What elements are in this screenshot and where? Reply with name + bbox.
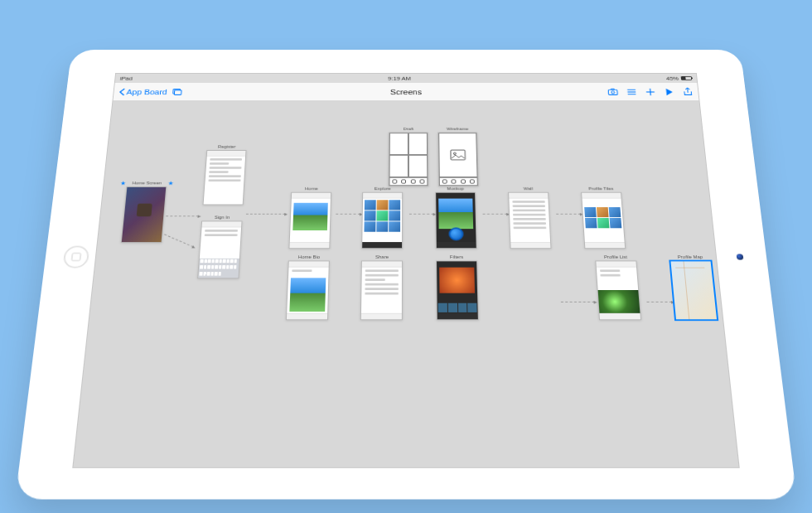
screen-card-register[interactable]: Register <box>203 144 247 205</box>
back-button[interactable]: App Board <box>118 87 167 95</box>
nav-bar: App Board Screens <box>113 82 698 100</box>
screen-card-profile-map[interactable]: Profile Map <box>669 254 718 320</box>
flow-arrow <box>483 213 508 214</box>
add-button[interactable] <box>645 87 656 96</box>
screen-label: Home <box>291 186 331 190</box>
screen-card-wireframe[interactable]: Wireframe <box>437 127 479 186</box>
screen-label: Wireframe <box>437 127 477 131</box>
status-battery-percent: 45% <box>666 75 679 80</box>
flow-arrow <box>561 301 595 302</box>
screen-label: Filters <box>436 254 477 259</box>
screen-card-filters[interactable]: Filters <box>436 254 479 320</box>
play-button[interactable] <box>663 87 674 96</box>
svg-rect-1 <box>174 90 181 94</box>
flow-canvas[interactable]: ★ ★ Home Screen Register Sign In <box>73 101 738 467</box>
svg-point-3 <box>611 90 615 93</box>
back-label: App Board <box>126 87 167 95</box>
battery-icon <box>681 75 693 80</box>
list-icon[interactable] <box>626 87 637 96</box>
screen-card-mockup[interactable]: Mockup <box>435 186 477 248</box>
star-icon: ★ <box>167 180 173 186</box>
star-icon: ★ <box>120 180 127 186</box>
status-device: iPad <box>120 75 133 80</box>
flow-arrow <box>246 213 285 214</box>
screen-label: Home Screen <box>127 181 167 185</box>
screen-card-home-feed[interactable]: Home <box>288 186 331 248</box>
svg-point-10 <box>453 152 456 155</box>
screen-label: Register <box>206 144 246 148</box>
screen-label: Profile Map <box>669 254 712 259</box>
front-camera <box>737 254 744 259</box>
screen-label: Home Bio <box>288 254 330 259</box>
status-bar: iPad 9:19 AM 45% <box>115 73 697 82</box>
cards-icon[interactable] <box>172 87 183 96</box>
screen-card-wall[interactable]: Wall <box>508 186 552 248</box>
screen-card-draft[interactable]: Draft <box>389 127 429 186</box>
screen-label: Profile Tiles <box>581 186 621 190</box>
screen-card-home[interactable]: ★ ★ Home Screen <box>121 181 167 243</box>
screen-label: Draft <box>389 127 428 131</box>
screen-card-share[interactable]: Share <box>360 254 403 320</box>
flow-arrow <box>409 213 434 214</box>
screen-card-profile-tiles[interactable]: Profile Tiles <box>581 186 626 248</box>
screen-card-profile-list[interactable]: Profile List <box>595 254 641 320</box>
screen-label: Mockup <box>435 186 476 190</box>
screen-card-home-bio[interactable]: Home Bio <box>286 254 330 320</box>
flow-arrow <box>646 301 672 302</box>
screen-label: Share <box>361 254 403 259</box>
screen: iPad 9:19 AM 45% App Board Scr <box>72 73 739 468</box>
screen-label: Profile List <box>595 254 636 259</box>
flow-arrow <box>336 213 360 214</box>
screen-label: Wall <box>508 186 549 190</box>
home-button[interactable] <box>62 245 89 268</box>
ipad-device: iPad 9:19 AM 45% App Board Scr <box>15 49 797 498</box>
screen-card-explore[interactable]: Explore <box>361 186 403 248</box>
svg-rect-9 <box>451 150 466 160</box>
flow-arrow <box>556 213 581 214</box>
flow-arrow <box>166 215 198 216</box>
screen-label: Explore <box>362 186 403 190</box>
camera-icon[interactable] <box>607 87 619 96</box>
flow-arrow <box>164 234 193 247</box>
status-time: 9:19 AM <box>388 75 411 80</box>
page-title: Screens <box>390 87 422 95</box>
screen-label: Sign In <box>201 215 243 219</box>
screen-card-signin[interactable]: Sign In <box>197 215 243 278</box>
share-icon[interactable] <box>682 87 694 96</box>
